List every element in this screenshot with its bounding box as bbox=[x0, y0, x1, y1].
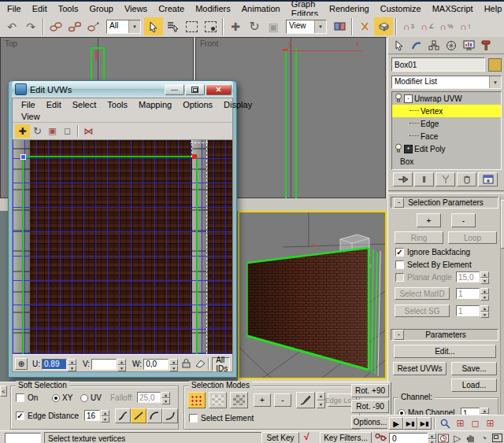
lock-icon[interactable] bbox=[182, 358, 191, 370]
stack-item-unwrap-uvw[interactable]: - Unwrap UVW bbox=[392, 92, 501, 105]
show-end-result-button[interactable]: ‖ bbox=[414, 172, 434, 186]
expand-icon[interactable]: + bbox=[404, 145, 413, 153]
select-matid-button[interactable]: Select MatID bbox=[395, 287, 450, 300]
contract-selection-button[interactable]: - bbox=[451, 213, 476, 227]
falloff-smooth-button[interactable] bbox=[115, 408, 131, 423]
snaps-toggle-icon[interactable]: ∩3 bbox=[399, 17, 418, 35]
maxscript-mini-listener[interactable] bbox=[5, 433, 41, 443]
uv-selected-vertex[interactable] bbox=[192, 154, 197, 159]
falloff-spinner[interactable]: 25,0▲▼ bbox=[137, 392, 170, 403]
menu-modifiers[interactable]: Modifiers bbox=[190, 2, 236, 15]
key-mode-icon[interactable] bbox=[375, 433, 387, 443]
zoom-extents-all-icon[interactable]: ⊞ bbox=[483, 417, 498, 430]
falloff-linear-button[interactable] bbox=[131, 408, 146, 423]
key-filters-button[interactable]: Key Filters... bbox=[320, 432, 372, 443]
face-mode-button[interactable] bbox=[230, 392, 248, 408]
edge-distance-spinner[interactable]: 16▲▼ bbox=[84, 410, 109, 421]
tab-utilities[interactable] bbox=[477, 38, 495, 53]
dialog-menu-options[interactable]: Options bbox=[177, 100, 218, 109]
u-spinner[interactable]: 0.89▲▼ bbox=[42, 359, 76, 370]
uv-scale-button[interactable]: ▣ bbox=[45, 124, 60, 138]
dialog-menu-tools[interactable]: Tools bbox=[102, 100, 133, 109]
rot-minus90-button[interactable]: Rot. -90 bbox=[351, 400, 389, 413]
stack-item-edit-poly[interactable]: + Edit Poly bbox=[392, 142, 501, 155]
pan-icon[interactable] bbox=[464, 431, 477, 443]
stack-item-edge[interactable]: Edge bbox=[392, 117, 501, 130]
grow-selection-button[interactable]: + bbox=[254, 393, 271, 407]
configure-modifier-sets-button[interactable] bbox=[478, 172, 498, 186]
zoom-extents-icon[interactable]: ◻ bbox=[468, 417, 483, 430]
matid-filter-combo[interactable]: All IDs bbox=[212, 357, 230, 371]
options-button[interactable]: Options... bbox=[351, 415, 389, 429]
zoom-icon[interactable] bbox=[438, 417, 453, 430]
angle-snap-icon[interactable]: ∩∠ bbox=[418, 17, 437, 35]
menu-customize[interactable]: Customize bbox=[375, 2, 427, 15]
load-uvws-button[interactable]: Load... bbox=[451, 378, 497, 392]
next-frame-button[interactable]: ▶▮ bbox=[403, 417, 417, 430]
vertex-mode-button[interactable] bbox=[187, 392, 206, 408]
time-configuration-icon[interactable] bbox=[438, 433, 449, 443]
w-spinner[interactable]: 0,0▲▼ bbox=[143, 359, 178, 370]
viewport-perspective[interactable]: x bbox=[238, 211, 387, 379]
window-crossing-icon[interactable] bbox=[201, 17, 220, 35]
scroll-left-button[interactable]: < bbox=[0, 386, 7, 397]
minimize-button[interactable]: — bbox=[165, 84, 184, 95]
lightbulb-icon[interactable] bbox=[395, 93, 402, 104]
falloff-slow-button[interactable] bbox=[146, 408, 162, 423]
planar-angle-checkbox[interactable] bbox=[395, 273, 404, 282]
matid-spinner[interactable]: 1▲▼ bbox=[456, 288, 489, 299]
dialog-menu-select[interactable]: Select bbox=[67, 100, 102, 109]
reset-uvws-button[interactable]: Reset UVWs bbox=[393, 362, 447, 375]
loop-button[interactable]: Loop bbox=[448, 231, 497, 244]
menu-rendering[interactable]: Rendering bbox=[324, 2, 375, 15]
selection-parameters-header[interactable]: - Selection Parameters bbox=[391, 197, 498, 209]
chevron-down-icon[interactable]: ▼ bbox=[314, 20, 326, 33]
uv-rotate-button[interactable]: ↻ bbox=[30, 124, 45, 138]
undo-icon[interactable]: ↶ bbox=[2, 17, 21, 35]
menu-file[interactable]: File bbox=[2, 2, 27, 15]
keyboard-override-icon[interactable] bbox=[374, 17, 393, 35]
lightbulb-icon[interactable] bbox=[395, 143, 402, 154]
field-of-view-icon[interactable]: ▷ bbox=[450, 431, 464, 443]
save-uvws-button[interactable]: Save... bbox=[451, 362, 497, 375]
uv-radio[interactable] bbox=[80, 394, 88, 402]
maximize-button[interactable] bbox=[185, 84, 205, 95]
play-button[interactable]: ▶ bbox=[389, 417, 403, 430]
remove-modifier-button[interactable] bbox=[457, 172, 476, 186]
expand-selection-button[interactable]: + bbox=[417, 213, 441, 227]
select-by-name-icon[interactable] bbox=[163, 17, 182, 35]
select-scale-icon[interactable]: ▣ bbox=[264, 17, 283, 35]
dialog-menu-view[interactable]: View bbox=[16, 112, 46, 121]
dialog-menu-display[interactable]: Display bbox=[218, 100, 258, 109]
redo-icon[interactable]: ↷ bbox=[21, 17, 40, 35]
rot-plus90-button[interactable]: Rot. +90 bbox=[351, 384, 389, 397]
menu-edit[interactable]: Edit bbox=[27, 2, 53, 15]
uv-mirror-button[interactable]: ⋈ bbox=[81, 124, 96, 138]
tab-modify[interactable] bbox=[408, 38, 425, 53]
dialog-titlebar[interactable]: Edit UVWs — ✕ bbox=[12, 81, 233, 98]
uv-canvas[interactable] bbox=[13, 140, 232, 354]
soft-selection-on-checkbox[interactable] bbox=[16, 393, 24, 402]
spinner-snap-icon[interactable]: ∩↕ bbox=[456, 17, 475, 35]
chevron-down-icon[interactable]: ▼ bbox=[128, 20, 140, 33]
uv-freeform-button[interactable]: ◻ bbox=[60, 124, 75, 138]
rect-selection-region-icon[interactable] bbox=[182, 17, 201, 35]
select-move-icon[interactable]: ✚ bbox=[226, 17, 245, 35]
arc-rotate-icon[interactable]: ◔ bbox=[477, 431, 491, 443]
tab-hierarchy[interactable] bbox=[425, 38, 443, 53]
tab-display[interactable] bbox=[460, 38, 477, 53]
dialog-menu-file[interactable]: File bbox=[16, 100, 41, 109]
shrink-selection-button[interactable]: - bbox=[274, 393, 291, 407]
collapse-icon[interactable]: - bbox=[394, 198, 404, 208]
select-by-element-checkbox[interactable] bbox=[395, 260, 404, 269]
object-name-field[interactable]: Box01 bbox=[391, 57, 485, 72]
go-to-end-button[interactable]: ▶▮ bbox=[417, 417, 432, 430]
object-color-swatch[interactable] bbox=[488, 58, 502, 72]
make-unique-button[interactable] bbox=[435, 172, 455, 186]
collapse-icon[interactable]: - bbox=[394, 330, 404, 340]
collapse-icon[interactable]: - bbox=[404, 94, 413, 103]
set-key-button[interactable]: Set Key bbox=[261, 432, 299, 443]
maximize-viewport-icon[interactable] bbox=[491, 431, 504, 443]
tab-motion[interactable] bbox=[443, 38, 460, 53]
frame-spinner[interactable]: ▲▼ bbox=[428, 433, 436, 443]
